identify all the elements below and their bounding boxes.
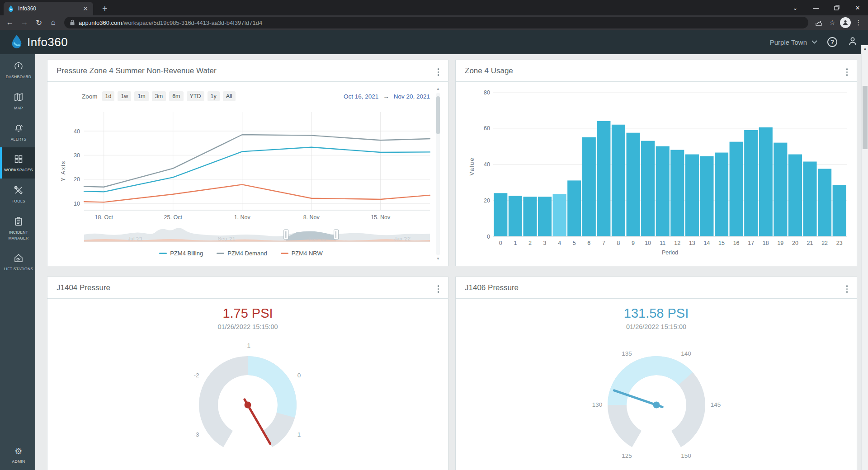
usage-bar-4[interactable] <box>553 194 566 236</box>
usage-bar-11[interactable] <box>656 146 670 236</box>
svg-text:Jul '21: Jul '21 <box>128 236 143 241</box>
user-icon[interactable] <box>847 36 858 48</box>
tab-search-icon[interactable]: ⌄ <box>785 0 806 15</box>
scroll-up-arrow-icon[interactable]: ▲ <box>862 47 868 51</box>
svg-text:19: 19 <box>777 240 783 246</box>
sidebar-item-lift-stations[interactable]: LIFT STATIONS <box>0 246 35 277</box>
usage-bar-6[interactable] <box>582 137 596 236</box>
usage-bar-20[interactable] <box>788 155 802 236</box>
usage-bar-23[interactable] <box>833 185 846 236</box>
panel-title: J1406 Pressure <box>465 283 519 292</box>
reload-icon[interactable]: ↻ <box>33 16 45 29</box>
usage-bar-1[interactable] <box>509 196 522 236</box>
svg-text:125: 125 <box>622 452 632 459</box>
sidebar-item-tools[interactable]: TOOLS <box>0 179 35 210</box>
sidebar-item-alerts[interactable]: ALERTS <box>0 117 35 148</box>
tab-close-icon[interactable]: ✕ <box>81 5 90 12</box>
bar-chart-plot[interactable]: 0204060800123456789101112131415161718192… <box>456 82 858 263</box>
date-to[interactable]: Nov 20, 2021 <box>394 93 430 100</box>
usage-bar-8[interactable] <box>612 125 625 236</box>
usage-bar-15[interactable] <box>715 153 728 236</box>
panel-menu-kebab-icon[interactable] <box>436 66 441 78</box>
sidebar-item-workspaces[interactable]: WORKSPACES <box>0 147 35 179</box>
chevron-down-icon <box>811 40 817 44</box>
legend-item[interactable]: PZM4 NRW <box>281 250 323 257</box>
line-chart-plot[interactable]: 18. Oct25. Oct1. Nov8. Nov15. Nov1020304… <box>47 105 449 224</box>
legend-label: PZM4 Demand <box>227 250 267 257</box>
zoom-button-ytd[interactable]: YTD <box>187 91 204 101</box>
usage-bar-3[interactable] <box>538 197 552 236</box>
sidebar-item-incident-manager[interactable]: INCIDENT MANAGER <box>0 210 35 247</box>
tools-icon <box>13 185 24 196</box>
url-bar[interactable]: app.info360.com/workspace/5d19c985-316d-… <box>64 17 808 28</box>
sidebar-item-label: ADMIN <box>12 459 25 465</box>
usage-bar-16[interactable] <box>730 142 743 236</box>
usage-bar-14[interactable] <box>700 156 713 236</box>
panel-title: Pressure Zone 4 Summer Non-Revenue Water <box>57 66 217 75</box>
gauge-timestamp: 01/26/2022 15:15:00 <box>456 323 857 330</box>
gauge-value: 1.75 PSI <box>47 306 448 321</box>
svg-text:-1: -1 <box>245 342 250 349</box>
browser-profile-avatar[interactable] <box>840 17 851 28</box>
page-scrollbar-thumb[interactable] <box>863 86 868 149</box>
tab-title: Info360 <box>18 5 78 12</box>
help-icon[interactable]: ? <box>827 37 837 47</box>
navigator-handle[interactable] <box>284 230 288 240</box>
usage-bar-9[interactable] <box>627 133 640 236</box>
sidebar-item-admin[interactable]: ⚙ ADMIN <box>0 441 35 470</box>
usage-bar-0[interactable] <box>494 193 507 236</box>
usage-bar-17[interactable] <box>744 130 758 236</box>
legend-item[interactable]: PZM4 Billing <box>159 250 203 257</box>
svg-text:Period: Period <box>662 249 678 256</box>
tenant-selector[interactable]: Purple Town <box>770 38 817 46</box>
sidebar-item-map[interactable]: MAP <box>0 85 35 117</box>
lock-icon <box>70 19 75 26</box>
restore-button[interactable] <box>826 0 847 15</box>
browser-tab[interactable]: Info360 ✕ <box>4 2 93 15</box>
svg-text:15. Nov: 15. Nov <box>371 214 391 221</box>
usage-bar-5[interactable] <box>567 180 581 236</box>
new-tab-button[interactable]: + <box>99 2 111 15</box>
close-window-button[interactable]: ✕ <box>847 0 868 15</box>
grid-icon <box>13 154 24 164</box>
usage-bar-22[interactable] <box>818 169 831 236</box>
zoom-button-1d[interactable]: 1d <box>102 91 115 101</box>
panel-menu-kebab-icon[interactable] <box>844 66 850 78</box>
home-icon[interactable]: ⌂ <box>47 16 60 29</box>
usage-bar-2[interactable] <box>523 197 537 236</box>
zoom-button-6m[interactable]: 6m <box>169 91 183 101</box>
forward-icon[interactable]: → <box>18 16 31 29</box>
share-icon[interactable] <box>813 17 825 28</box>
zoom-button-1y[interactable]: 1y <box>208 91 220 101</box>
zoom-button-all[interactable]: All <box>223 91 236 101</box>
map-icon <box>13 92 24 103</box>
usage-bar-7[interactable] <box>597 121 610 236</box>
usage-bar-21[interactable] <box>803 162 817 236</box>
panel-menu-kebab-icon[interactable] <box>436 283 441 295</box>
navigator-handle[interactable] <box>334 230 339 240</box>
usage-bar-10[interactable] <box>641 141 655 236</box>
date-from[interactable]: Oct 16, 2021 <box>344 93 378 100</box>
bookmark-star-icon[interactable]: ☆ <box>826 17 838 28</box>
back-icon[interactable]: ← <box>4 16 16 29</box>
svg-text:145: 145 <box>710 401 721 408</box>
sidebar-item-dashboard[interactable]: DASHBOARD <box>0 54 35 85</box>
zoom-button-1w[interactable]: 1w <box>118 91 131 101</box>
gear-icon: ⚙ <box>14 447 22 456</box>
panel-scrollbar[interactable]: ▲ ▼ <box>435 86 441 262</box>
minimize-button[interactable]: — <box>806 0 826 15</box>
chart-navigator[interactable]: Jul '21Sep '21Nov '21Jan '22 <box>84 226 430 245</box>
zoom-button-1m[interactable]: 1m <box>134 91 148 101</box>
svg-text:130: 130 <box>592 401 602 408</box>
panel-menu-kebab-icon[interactable] <box>844 283 850 295</box>
usage-bar-13[interactable] <box>685 155 699 236</box>
usage-bar-18[interactable] <box>759 127 773 236</box>
usage-bar-12[interactable] <box>670 150 684 236</box>
zoom-button-3m[interactable]: 3m <box>152 91 166 101</box>
page-scrollbar[interactable]: ▲ <box>861 45 868 470</box>
browser-tab-strip: Info360 ✕ + ⌄ — ✕ <box>0 0 868 15</box>
usage-bar-19[interactable] <box>774 143 787 236</box>
panel-scrollbar-thumb[interactable] <box>436 96 440 134</box>
legend-item[interactable]: PZM4 Demand <box>217 250 267 257</box>
browser-menu-kebab-icon[interactable]: ⋮ <box>853 17 864 28</box>
